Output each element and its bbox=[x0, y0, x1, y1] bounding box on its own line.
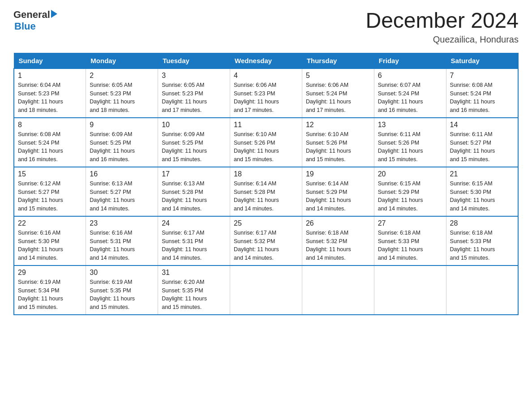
day-info: Sunrise: 6:19 AMSunset: 5:35 PMDaylight:… bbox=[90, 278, 154, 312]
day-info: Sunrise: 6:05 AMSunset: 5:23 PMDaylight:… bbox=[162, 81, 226, 115]
calendar-cell: 20 Sunrise: 6:15 AMSunset: 5:29 PMDaylig… bbox=[374, 167, 446, 216]
calendar-cell: 8 Sunrise: 6:08 AMSunset: 5:24 PMDayligh… bbox=[14, 118, 86, 167]
day-info: Sunrise: 6:09 AMSunset: 5:25 PMDaylight:… bbox=[162, 130, 226, 164]
day-number: 13 bbox=[378, 121, 442, 129]
day-number: 10 bbox=[162, 121, 226, 129]
page-header: General Blue December 2024 Quezailica, H… bbox=[13, 9, 519, 45]
calendar-cell: 25 Sunrise: 6:17 AMSunset: 5:32 PMDaylig… bbox=[230, 216, 302, 265]
day-number: 8 bbox=[18, 121, 82, 129]
day-info: Sunrise: 6:19 AMSunset: 5:34 PMDaylight:… bbox=[18, 278, 82, 312]
day-info: Sunrise: 6:10 AMSunset: 5:26 PMDaylight:… bbox=[306, 130, 370, 164]
day-number: 6 bbox=[378, 72, 442, 80]
day-number: 15 bbox=[18, 170, 82, 178]
day-number: 31 bbox=[162, 269, 226, 277]
day-info: Sunrise: 6:11 AMSunset: 5:26 PMDaylight:… bbox=[378, 130, 442, 164]
calendar-cell: 28 Sunrise: 6:18 AMSunset: 5:33 PMDaylig… bbox=[446, 216, 518, 265]
day-number: 3 bbox=[162, 72, 226, 80]
day-number: 1 bbox=[18, 72, 82, 80]
calendar-week-1: 1 Sunrise: 6:04 AMSunset: 5:23 PMDayligh… bbox=[14, 68, 518, 118]
calendar-cell: 10 Sunrise: 6:09 AMSunset: 5:25 PMDaylig… bbox=[158, 118, 230, 167]
calendar-cell bbox=[374, 265, 446, 315]
calendar-cell: 24 Sunrise: 6:17 AMSunset: 5:31 PMDaylig… bbox=[158, 216, 230, 265]
calendar-cell: 16 Sunrise: 6:13 AMSunset: 5:27 PMDaylig… bbox=[86, 167, 158, 216]
calendar-cell: 17 Sunrise: 6:13 AMSunset: 5:28 PMDaylig… bbox=[158, 167, 230, 216]
day-info: Sunrise: 6:10 AMSunset: 5:26 PMDaylight:… bbox=[234, 130, 298, 164]
calendar-title: December 2024 bbox=[365, 9, 519, 33]
calendar-cell: 30 Sunrise: 6:19 AMSunset: 5:35 PMDaylig… bbox=[86, 265, 158, 315]
day-info: Sunrise: 6:09 AMSunset: 5:25 PMDaylight:… bbox=[90, 130, 154, 164]
day-info: Sunrise: 6:18 AMSunset: 5:32 PMDaylight:… bbox=[306, 229, 370, 262]
col-header-friday: Friday bbox=[374, 53, 446, 68]
day-number: 27 bbox=[378, 219, 442, 227]
calendar-cell: 27 Sunrise: 6:18 AMSunset: 5:33 PMDaylig… bbox=[374, 216, 446, 265]
day-info: Sunrise: 6:17 AMSunset: 5:32 PMDaylight:… bbox=[234, 229, 298, 262]
day-number: 4 bbox=[234, 72, 298, 80]
day-number: 30 bbox=[90, 269, 154, 277]
col-header-wednesday: Wednesday bbox=[230, 53, 302, 68]
calendar-cell: 19 Sunrise: 6:14 AMSunset: 5:29 PMDaylig… bbox=[302, 167, 374, 216]
day-info: Sunrise: 6:18 AMSunset: 5:33 PMDaylight:… bbox=[378, 229, 442, 262]
calendar-cell: 11 Sunrise: 6:10 AMSunset: 5:26 PMDaylig… bbox=[230, 118, 302, 167]
day-info: Sunrise: 6:14 AMSunset: 5:28 PMDaylight:… bbox=[234, 180, 298, 213]
calendar-cell: 4 Sunrise: 6:06 AMSunset: 5:23 PMDayligh… bbox=[230, 68, 302, 118]
logo-arrow-icon bbox=[51, 9, 59, 19]
calendar-cell: 12 Sunrise: 6:10 AMSunset: 5:26 PMDaylig… bbox=[302, 118, 374, 167]
calendar-cell: 6 Sunrise: 6:07 AMSunset: 5:24 PMDayligh… bbox=[374, 68, 446, 118]
col-header-monday: Monday bbox=[86, 53, 158, 68]
col-header-saturday: Saturday bbox=[446, 53, 518, 68]
day-number: 2 bbox=[90, 72, 154, 80]
day-info: Sunrise: 6:12 AMSunset: 5:27 PMDaylight:… bbox=[18, 180, 82, 213]
day-number: 11 bbox=[234, 121, 298, 129]
col-header-sunday: Sunday bbox=[14, 53, 86, 68]
calendar-cell: 29 Sunrise: 6:19 AMSunset: 5:34 PMDaylig… bbox=[14, 265, 86, 315]
day-info: Sunrise: 6:04 AMSunset: 5:23 PMDaylight:… bbox=[18, 81, 82, 115]
calendar-week-3: 15 Sunrise: 6:12 AMSunset: 5:27 PMDaylig… bbox=[14, 167, 518, 216]
calendar-cell: 1 Sunrise: 6:04 AMSunset: 5:23 PMDayligh… bbox=[14, 68, 86, 118]
logo-general: General bbox=[13, 9, 50, 21]
day-number: 28 bbox=[450, 219, 514, 227]
calendar-cell: 21 Sunrise: 6:15 AMSunset: 5:30 PMDaylig… bbox=[446, 167, 518, 216]
day-number: 17 bbox=[162, 170, 226, 178]
calendar-cell bbox=[302, 265, 374, 315]
day-info: Sunrise: 6:05 AMSunset: 5:23 PMDaylight:… bbox=[90, 81, 154, 115]
day-info: Sunrise: 6:06 AMSunset: 5:23 PMDaylight:… bbox=[234, 81, 298, 115]
day-info: Sunrise: 6:11 AMSunset: 5:27 PMDaylight:… bbox=[450, 130, 514, 164]
day-info: Sunrise: 6:13 AMSunset: 5:27 PMDaylight:… bbox=[90, 180, 154, 213]
day-info: Sunrise: 6:08 AMSunset: 5:24 PMDaylight:… bbox=[18, 130, 82, 164]
col-header-thursday: Thursday bbox=[302, 53, 374, 68]
day-number: 18 bbox=[234, 170, 298, 178]
day-number: 9 bbox=[90, 121, 154, 129]
calendar-cell: 7 Sunrise: 6:08 AMSunset: 5:24 PMDayligh… bbox=[446, 68, 518, 118]
day-info: Sunrise: 6:15 AMSunset: 5:30 PMDaylight:… bbox=[450, 180, 514, 213]
svg-marker-0 bbox=[51, 10, 57, 18]
calendar-cell: 13 Sunrise: 6:11 AMSunset: 5:26 PMDaylig… bbox=[374, 118, 446, 167]
day-number: 16 bbox=[90, 170, 154, 178]
calendar-cell: 26 Sunrise: 6:18 AMSunset: 5:32 PMDaylig… bbox=[302, 216, 374, 265]
day-number: 29 bbox=[18, 269, 82, 277]
day-info: Sunrise: 6:20 AMSunset: 5:35 PMDaylight:… bbox=[162, 278, 226, 312]
day-info: Sunrise: 6:08 AMSunset: 5:24 PMDaylight:… bbox=[450, 81, 514, 115]
day-info: Sunrise: 6:16 AMSunset: 5:30 PMDaylight:… bbox=[18, 229, 82, 262]
day-number: 14 bbox=[450, 121, 514, 129]
day-number: 19 bbox=[306, 170, 370, 178]
day-number: 21 bbox=[450, 170, 514, 178]
day-info: Sunrise: 6:13 AMSunset: 5:28 PMDaylight:… bbox=[162, 180, 226, 213]
day-number: 5 bbox=[306, 72, 370, 80]
calendar-cell bbox=[446, 265, 518, 315]
day-info: Sunrise: 6:06 AMSunset: 5:24 PMDaylight:… bbox=[306, 81, 370, 115]
calendar-cell: 2 Sunrise: 6:05 AMSunset: 5:23 PMDayligh… bbox=[86, 68, 158, 118]
day-info: Sunrise: 6:17 AMSunset: 5:31 PMDaylight:… bbox=[162, 229, 226, 262]
day-info: Sunrise: 6:07 AMSunset: 5:24 PMDaylight:… bbox=[378, 81, 442, 115]
day-number: 22 bbox=[18, 219, 82, 227]
day-number: 25 bbox=[234, 219, 298, 227]
calendar-cell: 18 Sunrise: 6:14 AMSunset: 5:28 PMDaylig… bbox=[230, 167, 302, 216]
day-number: 24 bbox=[162, 219, 226, 227]
title-section: December 2024 Quezailica, Honduras bbox=[365, 9, 519, 45]
calendar-week-4: 22 Sunrise: 6:16 AMSunset: 5:30 PMDaylig… bbox=[14, 216, 518, 265]
logo: General Blue bbox=[13, 9, 59, 32]
calendar-week-5: 29 Sunrise: 6:19 AMSunset: 5:34 PMDaylig… bbox=[14, 265, 518, 315]
calendar-cell: 3 Sunrise: 6:05 AMSunset: 5:23 PMDayligh… bbox=[158, 68, 230, 118]
calendar-week-2: 8 Sunrise: 6:08 AMSunset: 5:24 PMDayligh… bbox=[14, 118, 518, 167]
day-info: Sunrise: 6:15 AMSunset: 5:29 PMDaylight:… bbox=[378, 180, 442, 213]
calendar-cell: 22 Sunrise: 6:16 AMSunset: 5:30 PMDaylig… bbox=[14, 216, 86, 265]
